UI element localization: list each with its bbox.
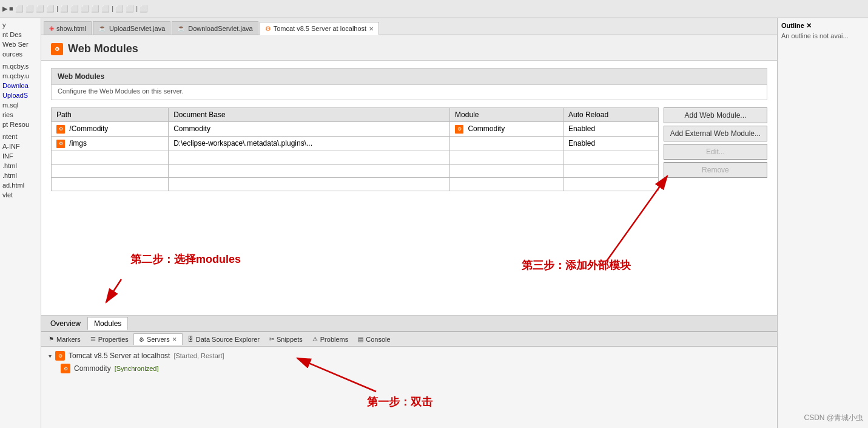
bottom-panel: ⚑ Markers ☰ Properties ⚙ Servers ✕ 🗄 — [41, 331, 777, 428]
sidebar-item-nt-des[interactable]: nt Des — [1, 30, 39, 39]
tab-tomcat-server[interactable]: ⚙ Tomcat v8.5 Server at localhost ✕ — [260, 22, 379, 35]
sidebar-item-gap1 — [1, 59, 39, 61]
server-label: Tomcat v8.5 Server at localhost — [69, 352, 170, 360]
sidebar-item-html2[interactable]: .html — [1, 171, 39, 180]
sidebar-item-pt-resou[interactable]: pt Resou — [1, 120, 39, 129]
tab-close-tomcat[interactable]: ✕ — [369, 25, 374, 32]
snippets-icon: ✂ — [269, 336, 274, 342]
sidebar-item-ntent[interactable]: ntent — [1, 132, 39, 141]
sidebar-item-vlet[interactable]: vlet — [1, 191, 39, 199]
datasource-icon: 🗄 — [187, 336, 193, 342]
sidebar-item-gap2 — [1, 130, 39, 131]
tomcat-server-icon: ⚙ — [55, 351, 65, 361]
server-item-tomcat[interactable]: ▾ ⚙ Tomcat v8.5 Server at localhost [Sta… — [46, 349, 772, 362]
tab-markers[interactable]: ⚑ Markers — [44, 334, 86, 345]
tab-problems[interactable]: ⚠ Problems — [308, 334, 353, 345]
section-description: Configure the Web Modules on this server… — [52, 85, 767, 100]
editor-area: ⚙ Web Modules Web Modules Configure the … — [41, 35, 777, 331]
sidebar-item-uploads[interactable]: UploadS — [1, 91, 39, 100]
tab-modules[interactable]: Modules — [87, 317, 128, 330]
right-panel: Outline ✕ An outline is not avai... — [777, 18, 868, 428]
tab-properties[interactable]: ☰ Properties — [86, 334, 133, 345]
tab-data-source[interactable]: 🗄 Data Source Explorer — [183, 334, 264, 345]
toolbar-icons: ▶ ■ ⬜ ⬜ ⬜ ⬜ | ⬜ ⬜ ⬜ ⬜ ⬜ | ⬜ ⬜ | ⬜ — [2, 5, 148, 13]
tab-label-download: DownloadServlet.java — [188, 25, 252, 32]
bottom-panel-tabs: ⚑ Markers ☰ Properties ⚙ Servers ✕ 🗄 — [41, 332, 777, 347]
sidebar-item-html1[interactable]: .html — [1, 161, 39, 170]
sidebar-item-sql[interactable]: m.sql — [1, 101, 39, 109]
cell-docbase-1: Commodity — [169, 122, 450, 137]
tab-bar: ◈ show.html ☕ UploadServlet.java ☕ Downl… — [41, 18, 777, 35]
servers-close[interactable]: ✕ — [172, 336, 177, 342]
tab-label-tomcat: Tomcat v8.5 Server at localhost — [274, 25, 366, 32]
web-modules-title: Web Modules — [68, 42, 138, 55]
web-modules-header: ⚙ Web Modules — [41, 35, 777, 61]
sidebar-item-mqcbys[interactable]: m.qcby.s — [1, 62, 39, 70]
web-modules-icon: ⚙ — [51, 43, 63, 55]
step2-annotation: 第二步：选择modules — [130, 252, 241, 267]
tab-upload-servlet[interactable]: ☕ UploadServlet.java — [93, 21, 170, 35]
commodity-icon: ⚙ — [61, 364, 70, 373]
row-icon-1: ⚙ — [56, 125, 65, 134]
sidebar-item-web-ser[interactable]: Web Ser — [1, 40, 39, 49]
tab-snippets[interactable]: ✂ Snippets — [264, 334, 308, 345]
remove-button[interactable]: Remove — [664, 162, 767, 178]
sidebar-item-y[interactable]: y — [1, 21, 39, 29]
left-sidebar: y nt Des Web Ser ources m.qcby.s m.qcby.… — [0, 18, 41, 428]
commodity-label: Commodity — [74, 364, 111, 373]
sidebar-item-adhtml[interactable]: ad.html — [1, 181, 39, 189]
tab-label-upload: UploadServlet.java — [109, 25, 165, 32]
sidebar-item-downloa[interactable]: Downloa — [1, 81, 39, 90]
problems-icon: ⚠ — [312, 336, 318, 342]
top-toolbar: ▶ ■ ⬜ ⬜ ⬜ ⬜ | ⬜ ⬜ ⬜ ⬜ ⬜ | ⬜ ⬜ | ⬜ — [0, 0, 868, 18]
cell-reload-2: Enabled — [564, 136, 659, 151]
commodity-status: [Synchronized] — [115, 365, 159, 372]
table-row[interactable]: ⚙ /Commodity Commodity ⚙ Commodity Enabl… — [52, 122, 659, 137]
modules-table-container: Path Document Base Module Auto Reload ⚙ … — [51, 107, 767, 191]
bottom-panel-content: ▾ ⚙ Tomcat v8.5 Server at localhost [Sta… — [41, 347, 777, 428]
properties-icon: ☰ — [90, 336, 96, 342]
java-file-icon-download: ☕ — [177, 24, 186, 32]
tab-servers[interactable]: ⚙ Servers ✕ — [133, 333, 183, 345]
outline-title: Outline ✕ — [781, 22, 864, 30]
console-icon: ▤ — [358, 336, 363, 342]
tab-show-html[interactable]: ◈ show.html — [44, 21, 92, 35]
tab-label-show-html: show.html — [56, 25, 86, 32]
table-row-empty-1 — [52, 151, 659, 164]
sidebar-item-ources[interactable]: ources — [1, 50, 39, 58]
add-web-module-button[interactable]: Add Web Module... — [664, 107, 767, 123]
buttons-panel: Add Web Module... Add External Web Modul… — [664, 107, 767, 191]
table-row-empty-3 — [52, 177, 659, 191]
table-row[interactable]: ⚙ /imgs D:\eclipse-workspace\.metadata\.… — [52, 136, 659, 151]
add-external-web-module-button[interactable]: Add External Web Module... — [664, 126, 767, 141]
overview-modules-tabs: Overview Modules — [41, 315, 777, 331]
step3-annotation: 第三步：添加外部模块 — [522, 258, 631, 273]
row-icon-2: ⚙ — [56, 140, 65, 148]
sidebar-item-ainf[interactable]: A-INF — [1, 142, 39, 151]
java-file-icon-upload: ☕ — [98, 24, 107, 32]
cell-docbase-2: D:\eclipse-workspace\.metadata\.plugins\… — [169, 136, 450, 151]
tab-console[interactable]: ▤ Console — [353, 334, 395, 345]
cell-module-1: ⚙ Commodity — [450, 122, 564, 137]
outline-message: An outline is not avai... — [781, 32, 864, 39]
cell-module-2 — [450, 136, 564, 151]
server-file-icon: ⚙ — [265, 25, 271, 33]
cell-path-2: ⚙ /imgs — [52, 136, 169, 151]
sidebar-item-ries[interactable]: ries — [1, 110, 39, 119]
watermark: CSDN @青城小虫 — [804, 413, 863, 423]
chevron-down-icon: ▾ — [49, 353, 52, 359]
web-modules-section: Web Modules Configure the Web Modules on… — [51, 68, 767, 100]
col-auto-reload: Auto Reload — [564, 108, 659, 122]
markers-icon: ⚑ — [49, 336, 54, 342]
html-file-icon: ◈ — [49, 24, 54, 32]
tab-overview[interactable]: Overview — [44, 317, 87, 330]
tab-download-servlet[interactable]: ☕ DownloadServlet.java — [172, 21, 258, 35]
edit-button[interactable]: Edit... — [664, 144, 767, 160]
sidebar-item-inf[interactable]: INF — [1, 152, 39, 160]
web-modules-table: Path Document Base Module Auto Reload ⚙ … — [51, 107, 659, 191]
cell-reload-1: Enabled — [564, 122, 659, 137]
row-module-icon-1: ⚙ — [455, 125, 463, 134]
sidebar-item-mqcbyu[interactable]: m.qcby.u — [1, 72, 39, 80]
col-doc-base: Document Base — [169, 108, 450, 122]
commodity-item[interactable]: ⚙ Commodity [Synchronized] — [46, 362, 772, 375]
